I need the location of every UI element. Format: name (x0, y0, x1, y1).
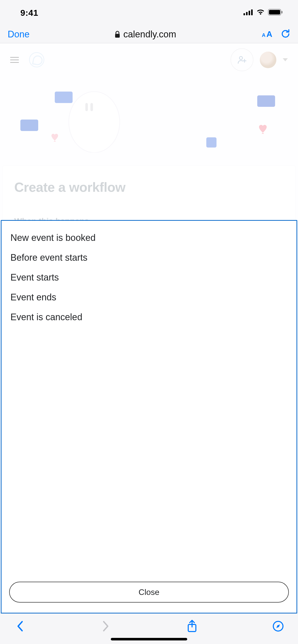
option-event-starts[interactable]: Event starts (9, 268, 289, 287)
status-time: 9:41 (20, 8, 38, 18)
wifi-icon (256, 9, 265, 16)
battery-icon (268, 9, 283, 17)
text-size-button[interactable]: AA (261, 29, 274, 39)
svg-rect-1 (246, 12, 248, 15)
share-button[interactable] (184, 620, 200, 633)
forward-button[interactable] (98, 621, 114, 632)
cellular-icon (243, 9, 253, 16)
back-button[interactable] (12, 621, 28, 632)
svg-rect-5 (269, 10, 280, 14)
options-list: New event is booked Before event starts … (9, 228, 289, 575)
reload-button[interactable] (281, 29, 290, 40)
trigger-options-panel: New event is booked Before event starts … (1, 220, 297, 613)
lock-icon (115, 31, 120, 38)
done-button[interactable]: Done (8, 29, 30, 40)
svg-text:A: A (262, 32, 265, 38)
option-before-event-starts[interactable]: Before event starts (9, 248, 289, 268)
status-indicators (243, 9, 283, 17)
svg-text:A: A (266, 30, 272, 38)
address-bar[interactable]: calendly.com (115, 29, 176, 40)
svg-rect-6 (281, 11, 282, 13)
status-bar: 9:41 (0, 0, 298, 25)
url-domain: calendly.com (123, 29, 176, 40)
svg-rect-2 (249, 11, 250, 15)
home-indicator (111, 638, 187, 640)
option-event-ends[interactable]: Event ends (9, 287, 289, 307)
svg-rect-0 (243, 13, 245, 15)
svg-rect-7 (115, 34, 120, 38)
svg-rect-3 (251, 9, 253, 15)
close-button[interactable]: Close (9, 582, 289, 603)
safari-nav: Done calendly.com AA (0, 25, 298, 43)
safari-compass-button[interactable] (270, 621, 286, 632)
option-new-event-booked[interactable]: New event is booked (9, 228, 289, 248)
option-event-canceled[interactable]: Event is canceled (9, 307, 289, 327)
